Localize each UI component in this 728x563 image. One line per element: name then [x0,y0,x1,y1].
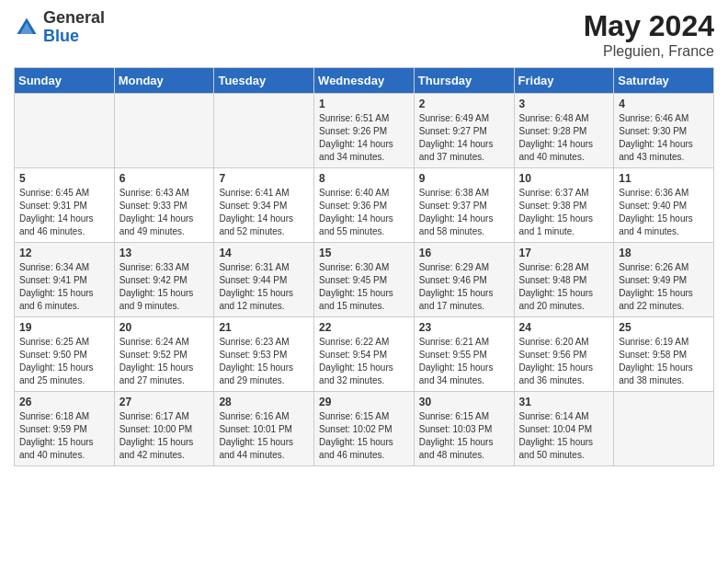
day-info: Sunrise: 6:46 AM Sunset: 9:30 PM Dayligh… [619,112,709,164]
calendar-cell: 9Sunrise: 6:38 AM Sunset: 9:37 PM Daylig… [414,168,514,243]
day-of-week-sunday: Sunday [15,68,115,94]
day-number: 8 [319,172,409,185]
day-number: 3 [519,98,609,110]
day-number: 31 [519,396,609,408]
day-info: Sunrise: 6:25 AM Sunset: 9:50 PM Dayligh… [19,336,109,387]
calendar-cell: 10Sunrise: 6:37 AM Sunset: 9:38 PM Dayli… [514,168,614,243]
calendar-week-2: 12Sunrise: 6:34 AM Sunset: 9:41 PM Dayli… [15,243,714,317]
day-info: Sunrise: 6:22 AM Sunset: 9:54 PM Dayligh… [319,336,409,387]
title-location: Pleguien, France [584,43,714,60]
calendar-table: SundayMondayTuesdayWednesdayThursdayFrid… [14,67,714,466]
day-info: Sunrise: 6:17 AM Sunset: 10:00 PM Daylig… [119,410,210,462]
header: General Blue May 2024 Pleguien, France [14,9,714,60]
calendar-cell: 15Sunrise: 6:30 AM Sunset: 9:45 PM Dayli… [314,243,415,317]
day-info: Sunrise: 6:14 AM Sunset: 10:04 PM Daylig… [519,410,609,462]
title-month: May 2024 [584,9,714,43]
day-info: Sunrise: 6:24 AM Sunset: 9:52 PM Dayligh… [119,336,210,387]
day-info: Sunrise: 6:23 AM Sunset: 9:53 PM Dayligh… [219,336,309,387]
calendar-cell: 24Sunrise: 6:20 AM Sunset: 9:56 PM Dayli… [514,317,614,392]
day-number: 18 [619,247,709,259]
title-block: May 2024 Pleguien, France [584,9,714,60]
calendar-cell: 28Sunrise: 6:16 AM Sunset: 10:01 PM Dayl… [214,392,314,466]
calendar-cell: 17Sunrise: 6:28 AM Sunset: 9:48 PM Dayli… [514,243,614,317]
day-info: Sunrise: 6:43 AM Sunset: 9:33 PM Dayligh… [119,187,210,238]
day-number: 19 [19,321,109,334]
day-number: 5 [19,172,109,185]
day-number: 16 [419,247,509,259]
calendar-cell: 16Sunrise: 6:29 AM Sunset: 9:46 PM Dayli… [414,243,514,317]
calendar-cell: 6Sunrise: 6:43 AM Sunset: 9:33 PM Daylig… [114,168,214,243]
logo-blue: Blue [43,27,79,45]
calendar-cell: 29Sunrise: 6:15 AM Sunset: 10:02 PM Dayl… [314,392,415,466]
calendar-cell: 30Sunrise: 6:15 AM Sunset: 10:03 PM Dayl… [414,392,514,466]
calendar-cell: 18Sunrise: 6:26 AM Sunset: 9:49 PM Dayli… [614,243,714,317]
calendar-cell: 25Sunrise: 6:19 AM Sunset: 9:58 PM Dayli… [614,317,714,392]
day-number: 17 [519,247,609,259]
calendar-cell: 5Sunrise: 6:45 AM Sunset: 9:31 PM Daylig… [15,168,115,243]
calendar-cell [614,392,714,466]
day-info: Sunrise: 6:28 AM Sunset: 9:48 PM Dayligh… [519,261,609,313]
day-number: 25 [619,321,709,334]
day-info: Sunrise: 6:31 AM Sunset: 9:44 PM Dayligh… [219,261,309,313]
day-number: 6 [119,172,210,185]
calendar-cell: 20Sunrise: 6:24 AM Sunset: 9:52 PM Dayli… [114,317,214,392]
day-number: 4 [619,98,709,110]
day-number: 15 [319,247,409,259]
day-info: Sunrise: 6:18 AM Sunset: 9:59 PM Dayligh… [19,410,109,462]
calendar-week-0: 1Sunrise: 6:51 AM Sunset: 9:26 PM Daylig… [15,94,714,168]
day-of-week-saturday: Saturday [614,68,714,94]
day-of-week-wednesday: Wednesday [314,68,415,94]
calendar-cell [15,94,115,168]
day-number: 14 [219,247,309,259]
day-of-week-thursday: Thursday [414,68,514,94]
calendar-cell: 31Sunrise: 6:14 AM Sunset: 10:04 PM Dayl… [514,392,614,466]
calendar-cell: 8Sunrise: 6:40 AM Sunset: 9:36 PM Daylig… [314,168,415,243]
day-number: 7 [219,172,309,185]
day-number: 10 [519,172,609,185]
calendar-cell: 1Sunrise: 6:51 AM Sunset: 9:26 PM Daylig… [314,94,415,168]
day-info: Sunrise: 6:15 AM Sunset: 10:03 PM Daylig… [419,410,509,462]
day-info: Sunrise: 6:36 AM Sunset: 9:40 PM Dayligh… [619,187,709,238]
day-info: Sunrise: 6:19 AM Sunset: 9:58 PM Dayligh… [619,336,709,387]
day-info: Sunrise: 6:49 AM Sunset: 9:27 PM Dayligh… [419,112,509,164]
day-number: 24 [519,321,609,334]
day-info: Sunrise: 6:29 AM Sunset: 9:46 PM Dayligh… [419,261,509,313]
calendar-cell: 14Sunrise: 6:31 AM Sunset: 9:44 PM Dayli… [214,243,314,317]
calendar-cell: 22Sunrise: 6:22 AM Sunset: 9:54 PM Dayli… [314,317,415,392]
calendar-cell: 4Sunrise: 6:46 AM Sunset: 9:30 PM Daylig… [614,94,714,168]
calendar-cell: 2Sunrise: 6:49 AM Sunset: 9:27 PM Daylig… [414,94,514,168]
day-info: Sunrise: 6:40 AM Sunset: 9:36 PM Dayligh… [319,187,409,238]
page: General Blue May 2024 Pleguien, France S… [0,0,728,563]
calendar-cell: 13Sunrise: 6:33 AM Sunset: 9:42 PM Dayli… [114,243,214,317]
day-number: 27 [119,396,210,408]
logo-text: General Blue [43,9,105,46]
day-info: Sunrise: 6:37 AM Sunset: 9:38 PM Dayligh… [519,187,609,238]
day-info: Sunrise: 6:45 AM Sunset: 9:31 PM Dayligh… [19,187,109,238]
calendar-cell: 3Sunrise: 6:48 AM Sunset: 9:28 PM Daylig… [514,94,614,168]
day-number: 23 [419,321,509,334]
days-of-week-row: SundayMondayTuesdayWednesdayThursdayFrid… [15,68,714,94]
day-info: Sunrise: 6:20 AM Sunset: 9:56 PM Dayligh… [519,336,609,387]
day-number: 20 [119,321,210,334]
day-number: 22 [319,321,409,334]
day-number: 12 [19,247,109,259]
day-number: 21 [219,321,309,334]
day-of-week-monday: Monday [114,68,214,94]
calendar-cell [114,94,214,168]
calendar-week-1: 5Sunrise: 6:45 AM Sunset: 9:31 PM Daylig… [15,168,714,243]
day-info: Sunrise: 6:15 AM Sunset: 10:02 PM Daylig… [319,410,409,462]
day-info: Sunrise: 6:51 AM Sunset: 9:26 PM Dayligh… [319,112,409,164]
day-number: 13 [119,247,210,259]
day-number: 26 [19,396,109,408]
calendar-cell: 21Sunrise: 6:23 AM Sunset: 9:53 PM Dayli… [214,317,314,392]
calendar-cell: 7Sunrise: 6:41 AM Sunset: 9:34 PM Daylig… [214,168,314,243]
logo: General Blue [14,9,105,46]
calendar-week-4: 26Sunrise: 6:18 AM Sunset: 9:59 PM Dayli… [15,392,714,466]
day-number: 30 [419,396,509,408]
day-info: Sunrise: 6:33 AM Sunset: 9:42 PM Dayligh… [119,261,210,313]
calendar-cell: 26Sunrise: 6:18 AM Sunset: 9:59 PM Dayli… [15,392,115,466]
day-info: Sunrise: 6:41 AM Sunset: 9:34 PM Dayligh… [219,187,309,238]
calendar-cell: 27Sunrise: 6:17 AM Sunset: 10:00 PM Dayl… [114,392,214,466]
day-info: Sunrise: 6:48 AM Sunset: 9:28 PM Dayligh… [519,112,609,164]
day-number: 1 [319,98,409,110]
